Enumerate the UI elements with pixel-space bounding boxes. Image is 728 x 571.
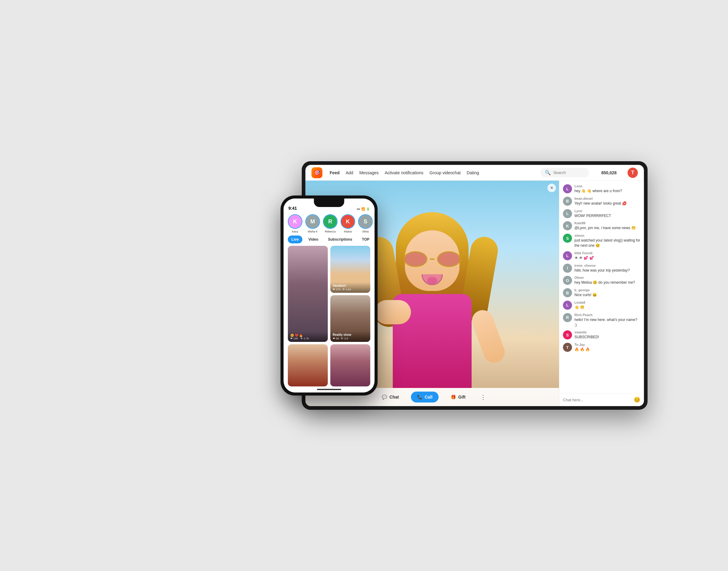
gift-icon: 🎁 bbox=[451, 394, 456, 399]
wifi-icon: 📶 bbox=[361, 207, 365, 211]
card-reality-show[interactable]: Reality show ❤ 68👁 3.9 bbox=[330, 295, 370, 342]
message-text: hello! I'm new here. what's your name? :… bbox=[574, 317, 640, 328]
phone-time: 9:41 bbox=[288, 206, 297, 211]
home-indicator[interactable] bbox=[317, 389, 341, 390]
message-body: irene_cheesehiiiii, how was your trip ye… bbox=[574, 264, 640, 273]
message-username: Leon bbox=[574, 184, 640, 188]
chat-message-3: KKate89@Lynn, pm me, i have some news 😁 bbox=[563, 221, 640, 231]
story-avatar-inner: K bbox=[341, 215, 355, 228]
phone-screen: 9:41 ▪▪▪ 📶 🔋 KKacyMMisha KRRebeccaKKitan… bbox=[284, 199, 375, 392]
glass-right bbox=[437, 251, 461, 267]
nav-feed[interactable]: Feed bbox=[330, 170, 340, 175]
message-avatar: O bbox=[563, 276, 572, 285]
nav-group[interactable]: Group videochat bbox=[430, 170, 461, 175]
message-text: 👁 👁 💕 💕 bbox=[574, 255, 640, 261]
chat-input[interactable] bbox=[563, 397, 631, 402]
message-username: Kate89 bbox=[574, 221, 640, 225]
more-options-button[interactable]: ⋮ bbox=[478, 391, 489, 403]
message-avatar: K bbox=[563, 221, 572, 230]
message-body: bean.dieselYey!! new avatar! looks great… bbox=[574, 197, 640, 206]
story-name: Kacy bbox=[292, 230, 298, 233]
message-avatar: L bbox=[563, 209, 572, 218]
glass-bridge bbox=[430, 258, 435, 260]
story-item-rebecca[interactable]: RRebecca bbox=[323, 214, 338, 233]
mouth bbox=[422, 274, 443, 285]
story-avatar: S bbox=[358, 214, 373, 229]
message-username: simon bbox=[574, 234, 640, 237]
message-avatar: S bbox=[563, 234, 572, 243]
message-avatar: R bbox=[563, 313, 572, 322]
gift-button[interactable]: 🎁 Gift bbox=[445, 391, 472, 403]
chat-button[interactable]: 💬 Chat bbox=[376, 391, 405, 403]
story-avatar-inner: R bbox=[324, 215, 337, 228]
status-icons: ▪▪▪ 📶 🔋 bbox=[357, 207, 370, 211]
story-avatar: K bbox=[288, 214, 302, 229]
close-button[interactable]: × bbox=[548, 184, 556, 192]
signal-icon: ▪▪▪ bbox=[357, 207, 360, 211]
phone-device: 9:41 ▪▪▪ 📶 🔋 KKacyMMisha KRRebeccaKKitan… bbox=[281, 196, 378, 395]
story-avatar: M bbox=[305, 214, 320, 229]
message-avatar: L bbox=[563, 184, 572, 193]
nav-add[interactable]: Add bbox=[346, 170, 353, 175]
search-icon: 🔍 bbox=[545, 170, 551, 176]
message-body: LynnWOW! PERRRRFECT bbox=[574, 209, 640, 219]
story-avatar-inner: K bbox=[288, 215, 302, 228]
message-body: Leonhey 👋 👋 where are u from? bbox=[574, 184, 640, 194]
nav-dating[interactable]: Dating bbox=[467, 170, 479, 175]
card-vacation[interactable]: Vacation! ❤ 270👁 4.64 bbox=[330, 246, 370, 293]
tab-top[interactable]: TOP bbox=[358, 235, 373, 243]
chat-message-5: Llittle Ferrell👁 👁 💕 💕 bbox=[563, 251, 640, 261]
nav-activate[interactable]: Activate notifications bbox=[385, 170, 424, 175]
message-body: b_georgoNice curls! 😄 bbox=[574, 288, 640, 298]
message-body: little Ferrell👁 👁 💕 💕 bbox=[574, 251, 640, 261]
phone-status-bar: 9:41 ▪▪▪ 📶 🔋 bbox=[284, 199, 375, 212]
sunglasses bbox=[402, 250, 463, 268]
chat-message-9: LLinda8👋 😁 bbox=[563, 301, 640, 310]
story-item-kitana[interactable]: KKitana bbox=[341, 214, 355, 233]
story-name: Silvia bbox=[362, 230, 369, 233]
message-avatar: B bbox=[563, 288, 572, 297]
phone-notch bbox=[314, 199, 344, 207]
phone-tabs: Live Video Subscriptions TOP ⋮ bbox=[284, 235, 375, 243]
tab-subscriptions[interactable]: Subscriptions bbox=[324, 235, 356, 243]
search-bar[interactable]: 🔍 bbox=[541, 168, 589, 177]
card-reality-show-tall[interactable]: 😊 ❤️ 🔥 ❤ 195 👁 2.7k bbox=[288, 246, 328, 342]
card-image-5 bbox=[330, 344, 370, 386]
message-avatar: T bbox=[563, 343, 572, 352]
chat-input-area: 😊 bbox=[559, 393, 644, 406]
shoulder bbox=[375, 300, 411, 324]
tongue bbox=[427, 277, 437, 284]
call-button[interactable]: 📞 Call bbox=[411, 391, 439, 403]
chat-message-10: RRich Peachhello! I'm new here. what's y… bbox=[563, 313, 640, 328]
story-item-kacy[interactable]: KKacy bbox=[288, 214, 302, 233]
user-avatar[interactable]: T bbox=[628, 167, 638, 178]
tablet-nav: 🎯 Feed Add Messages Activate notificatio… bbox=[305, 165, 644, 181]
message-body: Te-Jay🔥 🔥 🔥 bbox=[574, 343, 640, 352]
story-item-silvia[interactable]: SSilvia bbox=[358, 214, 373, 233]
message-text: Yey!! new avatar! looks great 💋 bbox=[574, 201, 640, 206]
message-username: irene_cheese bbox=[574, 264, 640, 267]
card-bottom-left[interactable] bbox=[288, 344, 328, 386]
story-item-misha k[interactable]: MMisha K bbox=[305, 214, 320, 233]
coins-display: 850,028 bbox=[601, 170, 617, 175]
message-username: Te-Jay bbox=[574, 343, 640, 346]
tab-video[interactable]: Video bbox=[305, 235, 322, 243]
message-body: Linda8👋 😁 bbox=[574, 301, 640, 310]
story-name: Rebecca bbox=[325, 230, 336, 233]
search-input[interactable] bbox=[553, 170, 585, 175]
chat-message-2: LLynnWOW! PERRRRFECT bbox=[563, 209, 640, 219]
story-name: Kitana bbox=[344, 230, 352, 233]
app-logo[interactable]: 🎯 bbox=[311, 167, 323, 178]
message-username: b_georgo bbox=[574, 288, 640, 292]
message-text: hey Melisa 😊 do you remember me? bbox=[574, 280, 640, 285]
message-body: Kate89@Lynn, pm me, i have some news 😁 bbox=[574, 221, 640, 231]
card-bottom-right[interactable] bbox=[330, 344, 370, 386]
nav-messages[interactable]: Messages bbox=[359, 170, 379, 175]
chat-message-11: SswantieSUBSCRIBED! bbox=[563, 330, 640, 340]
message-text: Nice curls! 😄 bbox=[574, 293, 640, 298]
message-text: 🔥 🔥 🔥 bbox=[574, 347, 640, 352]
tab-live[interactable]: Live bbox=[288, 235, 302, 243]
emoji-button[interactable]: 😊 bbox=[634, 396, 640, 403]
battery-icon: 🔋 bbox=[366, 207, 370, 211]
message-body: swantieSUBSCRIBED! bbox=[574, 330, 640, 340]
